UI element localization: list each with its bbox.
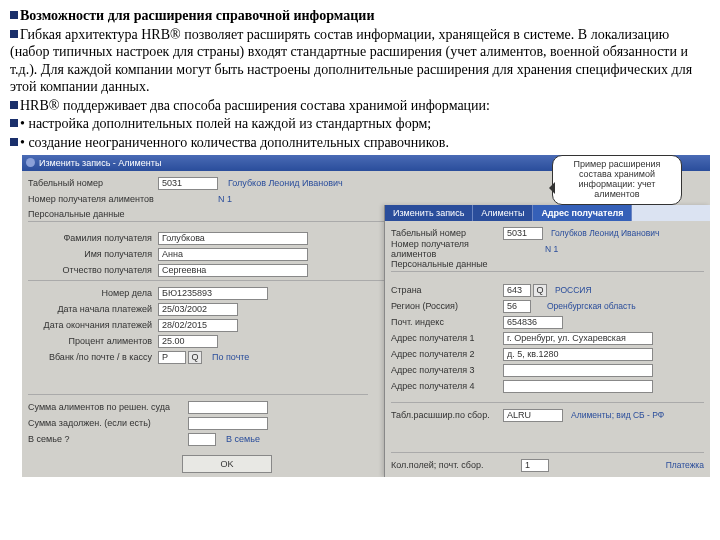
link-fam2[interactable]: В семье <box>226 434 260 444</box>
w2-foot-link[interactable]: Платежка <box>666 460 704 470</box>
w2-label-country: Страна <box>391 285 503 295</box>
heading: Возможности для расширения справочной ин… <box>20 8 374 23</box>
label-sum2: Сумма задолжен. (если есть) <box>28 418 188 428</box>
label-otch: Отчество получателя <box>28 265 158 275</box>
label-dstart: Дата начала платежей <box>28 304 158 314</box>
w2-label-a4: Адрес получателя 4 <box>391 381 503 391</box>
field-sum1[interactable] <box>188 401 268 414</box>
field-fam[interactable]: Голубкова <box>158 232 308 245</box>
para-4: • создание неограниченного количества до… <box>20 135 449 150</box>
field-bank[interactable]: P <box>158 351 186 364</box>
w2-field-tbl[interactable]: ALRU <box>503 409 563 422</box>
field-pct[interactable]: 25.00 <box>158 335 218 348</box>
w2-label-tbl: Табл.расшшир.по сбор. <box>391 410 503 420</box>
w2-field-a4[interactable] <box>503 380 653 393</box>
w2-label-recnum: Номер получателя алиментов <box>391 239 503 259</box>
field-fam2[interactable] <box>188 433 216 446</box>
field-imya[interactable]: Анна <box>158 248 308 261</box>
w2-label-tabnum: Табельный номер <box>391 228 503 238</box>
label-imya: Имя получателя <box>28 249 158 259</box>
w2-country-link[interactable]: РОССИЯ <box>555 285 592 295</box>
w2-field-country[interactable]: 643 <box>503 284 531 297</box>
lookup-icon[interactable]: Q <box>533 284 547 297</box>
w2-label-a3: Адрес получателя 3 <box>391 365 503 375</box>
w2-field-tabnum[interactable]: 5031 <box>503 227 543 240</box>
label-fam2: В семье ? <box>28 434 188 444</box>
field-tabnum[interactable]: 5031 <box>158 177 218 190</box>
text-recnum: N 1 <box>218 194 232 204</box>
w2-label-a1: Адрес получателя 1 <box>391 333 503 343</box>
w2-tbl-link[interactable]: Алименты; вид СБ - РФ <box>571 410 664 420</box>
tab-address[interactable]: Адрес получателя <box>533 205 632 221</box>
lookup-icon[interactable]: Q <box>188 351 202 364</box>
label-pct: Процент алиментов <box>28 336 158 346</box>
field-sum2[interactable] <box>188 417 268 430</box>
field-dstart[interactable]: 25/03/2002 <box>158 303 238 316</box>
w2-field-a3[interactable] <box>503 364 653 377</box>
field-dend[interactable]: 28/02/2015 <box>158 319 238 332</box>
label-bank: Вбанк /по почте / в кассу <box>28 352 158 362</box>
window-address: Изменить запись Алименты Адрес получател… <box>384 205 710 477</box>
label-dend: Дата окончания платежей <box>28 320 158 330</box>
para-3: • настройка дополнительных полей на кажд… <box>20 116 431 131</box>
para-1: Гибкая архитектура HRB® позволяет расшир… <box>10 27 692 95</box>
w2-label-zip: Почт. индекс <box>391 317 503 327</box>
w2-emp-name[interactable]: Голубков Леонид Иванович <box>551 228 659 238</box>
para-2: HRB® поддерживает два способа расширения… <box>20 98 490 113</box>
w2-region-link[interactable]: Оренбургская область <box>547 301 636 311</box>
field-delo[interactable]: БЮ1235893 <box>158 287 268 300</box>
w2-label-a2: Адрес получателя 2 <box>391 349 503 359</box>
w2-label-region: Регион (Россия) <box>391 301 503 311</box>
label-tabnum: Табельный номер <box>28 178 158 188</box>
link-bank[interactable]: По почте <box>212 352 249 362</box>
w2-field-foot[interactable]: 1 <box>521 459 549 472</box>
label-fam: Фамилия получателя <box>28 233 158 243</box>
w2-group-personal: Персональные данные <box>391 259 704 269</box>
w2-field-region[interactable]: 56 <box>503 300 531 313</box>
screenshot-area: Изменить запись - Алименты Табельный ном… <box>22 155 710 477</box>
w2-label-foot: Кол.полей; почт. сбор. <box>391 460 521 470</box>
label-recnum: Номер получателя алиментов <box>28 194 158 204</box>
ok-button[interactable]: OK <box>182 455 272 473</box>
field-otch[interactable]: Сергеевна <box>158 264 308 277</box>
callout-bubble: Пример расширения состава хранимой инфор… <box>552 155 682 205</box>
w2-field-zip[interactable]: 654836 <box>503 316 563 329</box>
link-emp-name[interactable]: Голубков Леонид Иванович <box>228 178 343 188</box>
tab-edit[interactable]: Изменить запись <box>385 205 473 221</box>
tab-aliment[interactable]: Алименты <box>473 205 533 221</box>
label-delo: Номер дела <box>28 288 158 298</box>
label-sum1: Сумма алиментов по решен. суда <box>28 402 188 412</box>
w2-field-a1[interactable]: г. Оренбург, ул. Сухаревская <box>503 332 653 345</box>
w2-recnum: N 1 <box>545 244 558 254</box>
w2-field-a2[interactable]: д. 5, кв.1280 <box>503 348 653 361</box>
